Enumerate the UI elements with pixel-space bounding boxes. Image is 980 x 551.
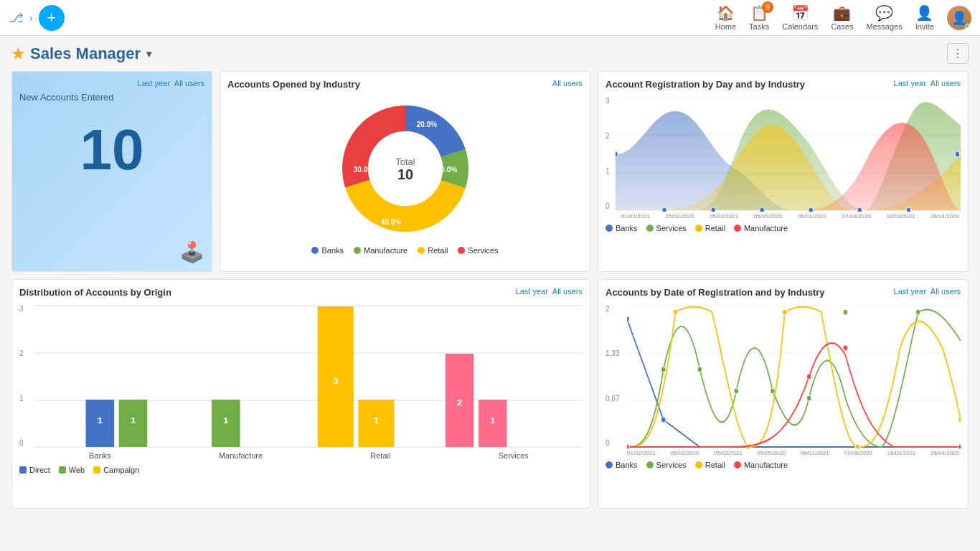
svg-text:2: 2 (457, 398, 463, 408)
retail-dot (418, 247, 425, 254)
dist-accounts-x-labels: Banks Manufacture Retail Services (19, 451, 583, 460)
legend-retail: Retail (418, 246, 448, 255)
svg-text:Total: Total (395, 156, 415, 167)
nav-calendars[interactable]: 📅 Calendars (782, 4, 818, 31)
svg-text:1: 1 (97, 416, 103, 425)
svg-point-22 (906, 207, 911, 212)
dist-accounts-chart: 3210 1 1 1 (19, 305, 583, 448)
nav-tasks[interactable]: 📋 9 Tasks (749, 4, 769, 31)
invite-icon: 👤 (915, 4, 933, 22)
svg-point-17 (661, 207, 666, 212)
svg-text:20.0%: 20.0% (416, 121, 436, 128)
svg-point-57 (673, 309, 678, 315)
account-reg-header: Account Registration by Day and by Indus… (606, 79, 961, 94)
svg-point-50 (697, 367, 702, 372)
new-accounts-number: 10 (19, 117, 204, 183)
svg-point-60 (855, 444, 860, 448)
home-label: Home (715, 22, 736, 31)
new-accounts-title: New Accounts Entered (19, 92, 204, 103)
account-reg-legend: Banks Services Retail Manufacture (606, 224, 961, 232)
svg-point-65 (958, 444, 961, 448)
svg-point-46 (627, 316, 629, 322)
legend-banks: Banks (311, 246, 344, 255)
account-reg-card: Account Registration by Day and by Indus… (598, 71, 969, 272)
donut-chart-container: Total 10 20.0% 10.0% 40.0% 30.0% Banks (227, 97, 583, 255)
accounts-date-title: Accounts by Date of Registration and by … (606, 287, 825, 298)
nav-left: ⎇ › + (9, 5, 715, 31)
star-icon[interactable]: ★ (11, 45, 24, 62)
add-button[interactable]: + (39, 5, 65, 31)
svg-point-23 (955, 151, 960, 157)
accounts-industry-filters: All users (552, 79, 583, 88)
services-dot (458, 247, 465, 254)
account-reg-users-filter[interactable]: All users (930, 79, 961, 88)
more-options-button[interactable]: ⋮ (947, 43, 969, 64)
manufacture-label: Manufacture (364, 246, 407, 255)
accounts-date-legend: Banks Services Retail Manufacture (606, 461, 961, 469)
nav-cases[interactable]: 💼 Cases (831, 4, 853, 31)
svg-point-59 (782, 309, 787, 315)
new-accounts-users-filter[interactable]: All users (174, 79, 204, 88)
top-navigation: ⎇ › + 🏠 Home 📋 9 Tasks 📅 Calendars 💼 Cas… (0, 0, 980, 36)
nav-right: 🏠 Home 📋 9 Tasks 📅 Calendars 💼 Cases 💬 M… (715, 4, 971, 31)
retail-label: Retail (428, 246, 448, 255)
svg-point-63 (806, 374, 811, 380)
cases-icon: 💼 (833, 4, 851, 22)
accounts-date-card: Accounts by Date of Registration and by … (598, 279, 969, 509)
account-reg-period-filter[interactable]: Last year (894, 79, 926, 88)
avatar[interactable]: 👤 (947, 6, 971, 30)
banks-label: Banks (321, 246, 344, 255)
title-dropdown-icon[interactable]: ▾ (146, 48, 151, 60)
page-title-bar: ★ Sales Manager ▾ ⋮ (11, 43, 969, 64)
dist-accounts-header: Distribution of Accounts by Origin Last … (19, 287, 583, 302)
account-reg-filters: Last year All users (894, 79, 961, 88)
svg-text:1: 1 (490, 416, 496, 425)
svg-text:10: 10 (397, 166, 413, 182)
new-accounts-filters: Last year All users (19, 79, 204, 88)
dist-accounts-title: Distribution of Accounts by Origin (19, 287, 171, 298)
nav-expand-icon[interactable]: › (29, 12, 33, 24)
svg-text:1: 1 (373, 416, 379, 425)
legend-services: Services (458, 246, 498, 255)
accounts-by-industry-card: Accounts Opened by Industry All users (220, 71, 590, 272)
calendars-label: Calendars (782, 22, 818, 31)
tree-icon[interactable]: ⎇ (9, 10, 24, 26)
messages-label: Messages (867, 22, 903, 31)
svg-point-20 (809, 207, 814, 212)
svg-point-19 (759, 207, 764, 212)
donut-legend: Banks Manufacture Retail Services (311, 246, 498, 255)
dist-accounts-period-filter[interactable]: Last year (516, 287, 548, 296)
accounts-industry-header: Accounts Opened by Industry All users (227, 79, 583, 94)
dist-accounts-filters: Last year All users (516, 287, 583, 296)
accounts-date-period-filter[interactable]: Last year (894, 287, 926, 296)
svg-text:1: 1 (223, 416, 229, 425)
banks-dot (311, 247, 319, 254)
nav-home[interactable]: 🏠 Home (715, 4, 736, 31)
nav-messages[interactable]: 💬 Messages (867, 4, 903, 31)
svg-text:3: 3 (333, 377, 339, 386)
accounts-date-x-labels: 01/02/202105/02/202005/02/202105/05/2020… (606, 450, 961, 456)
new-accounts-card: Last year All users New Accounts Entered… (11, 71, 212, 272)
svg-point-18 (710, 207, 715, 212)
svg-point-55 (915, 309, 920, 315)
svg-text:40.0%: 40.0% (380, 218, 400, 226)
dist-accounts-users-filter[interactable]: All users (552, 287, 583, 296)
accounts-industry-users-filter[interactable]: All users (552, 79, 583, 88)
account-reg-x-labels: 01/02/202105/02/202005/02/202105/05/2020… (606, 213, 961, 220)
account-reg-svg (616, 97, 961, 212)
nav-invite[interactable]: 👤 Invite (915, 4, 934, 31)
dist-accounts-card: Distribution of Accounts by Origin Last … (11, 279, 590, 509)
cases-label: Cases (831, 22, 853, 31)
svg-point-16 (616, 151, 618, 157)
svg-point-49 (661, 367, 666, 372)
messages-icon: 💬 (875, 4, 893, 22)
new-accounts-period-filter[interactable]: Last year (138, 79, 170, 88)
svg-point-52 (771, 388, 776, 394)
online-indicator (965, 24, 971, 29)
accounts-date-users-filter[interactable]: All users (930, 287, 961, 296)
account-reg-chart-area: 3210 (606, 97, 961, 212)
svg-point-21 (857, 207, 862, 212)
manufacture-dot (354, 247, 361, 254)
page-content: ★ Sales Manager ▾ ⋮ Last year All users … (0, 36, 980, 551)
speedometer-icon: 🕹️ (179, 240, 204, 264)
